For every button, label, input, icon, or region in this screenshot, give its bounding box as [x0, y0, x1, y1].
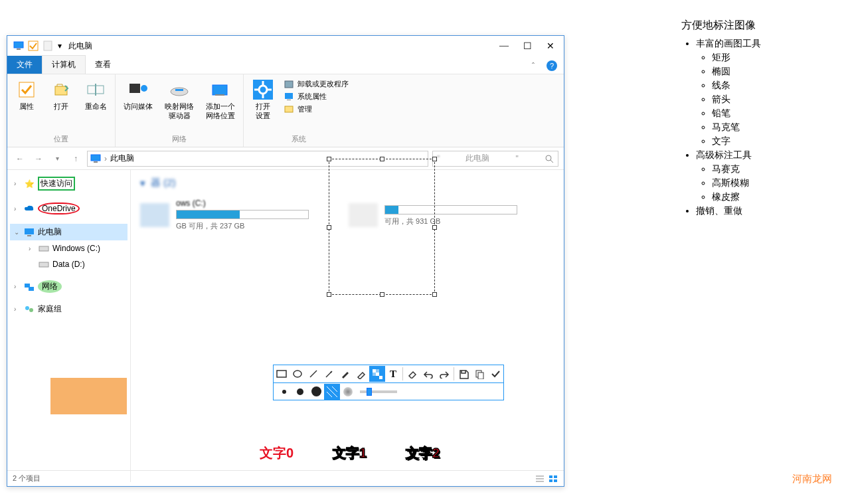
text-tool[interactable]: T [385, 366, 401, 382]
ribbon: 属性 打开 重命名 位置 访问媒体 映射网络 驱动器 添加一个 网络位置 网络 … [7, 74, 564, 147]
svg-point-26 [546, 155, 551, 161]
properties-button[interactable]: 属性 [13, 77, 41, 114]
svg-point-37 [294, 371, 301, 377]
svg-rect-25 [94, 161, 98, 163]
search-icon [545, 154, 554, 163]
help-button[interactable]: ? [547, 60, 557, 71]
selection-rectangle[interactable] [329, 159, 435, 295]
up-button[interactable]: ↑ [68, 151, 83, 166]
svg-rect-20 [285, 81, 293, 88]
collapse-ribbon-button[interactable]: ˆ [527, 59, 540, 74]
drive-icon [39, 243, 49, 254]
svg-rect-42 [373, 373, 376, 376]
svg-rect-33 [29, 287, 34, 291]
annotation-toolbar: T [273, 365, 504, 400]
tiles-view-icon[interactable] [548, 474, 558, 483]
tab-view[interactable]: 查看 [86, 56, 120, 74]
ribbon-caption: 系统 [249, 133, 349, 145]
pencil-tool[interactable] [337, 366, 353, 382]
recent-dropdown[interactable]: ▾ [50, 151, 64, 166]
explorer-window: ▾ 此电脑 — ☐ ✕ 文件 计算机 查看 ˆ ? 属性 打开 重命名 位置 访… [7, 35, 564, 487]
tab-file[interactable]: 文件 [7, 56, 42, 74]
item-count: 2 个项目 [13, 473, 41, 483]
network-icon [24, 282, 35, 292]
undo-button[interactable] [420, 366, 436, 382]
sidebar-item-homegroup[interactable]: ›家庭组 [10, 301, 127, 317]
sidebar-item-drive-c[interactable]: ›Windows (C:) [10, 240, 127, 256]
size-small[interactable] [276, 384, 292, 400]
eraser-tool[interactable] [404, 366, 420, 382]
ellipse-tool[interactable] [290, 366, 305, 382]
sidebar-item-thispc[interactable]: ⌄此电脑 [10, 224, 127, 240]
sidebar-item-onedrive[interactable]: ›OneDrive [10, 200, 127, 217]
svg-rect-43 [376, 373, 379, 376]
system-properties-button[interactable]: 系统属性 [284, 91, 349, 102]
svg-rect-24 [91, 155, 100, 161]
sidebar-item-quick-access[interactable]: ›⭐快速访问 [10, 174, 127, 193]
tab-computer[interactable]: 计算机 [42, 55, 86, 74]
rename-button[interactable]: 重命名 [82, 77, 110, 114]
maximize-button[interactable]: ☐ [523, 41, 532, 52]
sample-text-2: 文字2 [406, 444, 440, 462]
copy-button[interactable] [471, 366, 487, 382]
explorer-body: ›⭐快速访问 ›OneDrive ⌄此电脑 ›Windows (C:) Data… [7, 170, 564, 482]
manage-button[interactable]: 管理 [284, 104, 349, 114]
line-tool[interactable] [305, 366, 321, 382]
sidebar: ›⭐快速访问 ›OneDrive ⌄此电脑 ›Windows (C:) Data… [7, 170, 131, 482]
marker-tool[interactable] [353, 366, 369, 382]
open-settings-button[interactable]: 打开 设置 [249, 77, 277, 123]
titlebar: ▾ 此电脑 — ☐ ✕ [7, 36, 564, 56]
size-large[interactable] [308, 384, 324, 400]
open-button[interactable]: 打开 [47, 77, 75, 114]
rect-tool[interactable] [274, 366, 290, 382]
arrow-tool[interactable] [321, 366, 337, 382]
svg-rect-23 [285, 106, 293, 112]
svg-line-27 [550, 160, 553, 163]
mosaic-pattern[interactable] [324, 384, 340, 400]
list-item: 椭圆 [712, 66, 834, 78]
uninstall-button[interactable]: 卸载或更改程序 [284, 78, 349, 89]
redo-button[interactable] [436, 366, 452, 382]
sample-text-1: 文字1 [333, 444, 367, 462]
ribbon-caption: 位置 [13, 133, 110, 145]
back-button[interactable]: ← [13, 151, 27, 166]
svg-rect-1 [17, 48, 21, 50]
svg-rect-3 [44, 41, 52, 50]
pc-icon [13, 40, 25, 52]
size-slider[interactable] [360, 390, 397, 393]
usage-bar [176, 210, 309, 219]
confirm-button[interactable] [487, 366, 503, 382]
save-button[interactable] [456, 366, 471, 382]
size-medium[interactable] [292, 384, 308, 400]
list-item: 箭头 [712, 94, 834, 106]
details-view-icon[interactable] [535, 474, 545, 483]
drive-c[interactable]: ows (C:) GB 可用，共 237 GB [140, 199, 309, 231]
blur-pattern[interactable] [340, 384, 356, 400]
article-section: 方便地标注图像 丰富的画图工具 矩形 椭圆 线条 箭头 铅笔 马克笔 文字 高级… [681, 19, 834, 219]
drive-icon [140, 203, 169, 227]
forward-button[interactable]: → [31, 151, 46, 166]
svg-point-34 [25, 306, 29, 310]
minimize-button[interactable]: — [499, 41, 509, 52]
add-location-button[interactable]: 添加一个 网络位置 [203, 77, 238, 123]
svg-rect-22 [287, 100, 291, 100]
sidebar-item-drive-d[interactable]: Data (D:) [10, 256, 127, 272]
article-title: 方便地标注图像 [681, 19, 834, 33]
drive-name: ows (C:) [176, 199, 309, 208]
svg-rect-54 [549, 475, 552, 478]
search-box[interactable]: "此电脑" [432, 151, 558, 167]
drive-stats: GB 可用，共 237 GB [176, 221, 309, 231]
svg-rect-21 [285, 93, 293, 99]
map-drive-button[interactable]: 映射网络 驱动器 [162, 77, 197, 123]
blank-icon [42, 40, 54, 52]
mosaic-tool[interactable] [369, 366, 385, 382]
svg-line-38 [310, 371, 317, 377]
sidebar-item-network[interactable]: ›网络 [10, 278, 127, 295]
cloud-icon [24, 203, 35, 214]
svg-rect-0 [14, 42, 23, 48]
access-media-button[interactable]: 访问媒体 [121, 77, 155, 114]
close-button[interactable]: ✕ [547, 41, 554, 52]
ribbon-group-network: 访问媒体 映射网络 驱动器 添加一个 网络位置 网络 [116, 74, 244, 147]
dropdown-icon[interactable]: ▾ [56, 40, 63, 52]
svg-rect-56 [549, 479, 552, 482]
